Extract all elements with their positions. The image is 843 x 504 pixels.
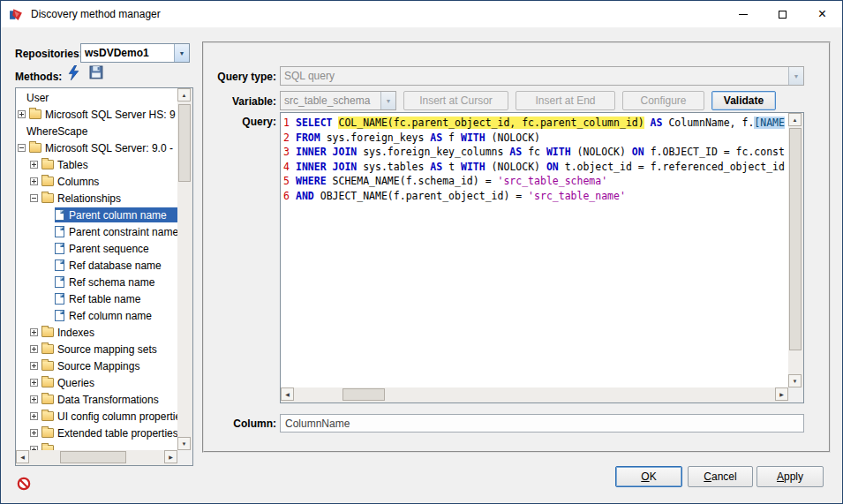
tree-item[interactable]: Ref table name xyxy=(16,290,177,307)
tree-item[interactable]: UI config column properties xyxy=(16,408,177,425)
tree-item[interactable]: Queries xyxy=(16,374,177,391)
maximize-icon xyxy=(779,11,787,19)
expand-icon[interactable] xyxy=(30,161,38,169)
tree-item[interactable]: WhereScape xyxy=(16,123,177,139)
tree-vscroll-thumb[interactable] xyxy=(178,104,191,182)
scroll-right-icon[interactable] xyxy=(164,450,177,463)
lightning-refresh-icon[interactable] xyxy=(66,65,81,80)
scroll-left-icon[interactable] xyxy=(281,387,294,401)
repository-select[interactable]: wsDVDemo1 xyxy=(80,43,190,63)
scroll-left-icon[interactable] xyxy=(16,450,29,463)
tree-item-label: Tables xyxy=(57,159,90,171)
tree-item-label: Extended table properties xyxy=(57,427,177,440)
tree-item-label: Microsoft SQL Server: 9.0 - xyxy=(45,142,175,154)
apply-button[interactable]: Apply xyxy=(756,466,824,487)
tree-item[interactable]: Relationships xyxy=(16,190,177,207)
scroll-down-icon[interactable] xyxy=(788,374,802,387)
tree-item-label: Columns xyxy=(57,176,101,188)
tree-item[interactable]: Ref database name xyxy=(16,257,177,274)
editor-vertical-scrollbar[interactable] xyxy=(788,113,803,387)
expand-icon[interactable] xyxy=(30,395,38,403)
tree-item[interactable]: Microsoft SQL Server: 9.0 - xyxy=(16,139,177,156)
tree-horizontal-scrollbar[interactable] xyxy=(16,450,177,465)
document-icon xyxy=(55,243,64,254)
tree-item-label: Relationships xyxy=(57,192,123,205)
tree-item[interactable]: Ref column name xyxy=(16,307,177,324)
variable-label: Variable: xyxy=(209,95,276,108)
line-number: 6 xyxy=(283,189,290,204)
validate-button[interactable]: Validate xyxy=(711,91,776,110)
window-title: Discovery method manager xyxy=(31,8,161,20)
expand-icon[interactable] xyxy=(30,362,38,370)
configure-label: Configure xyxy=(640,94,686,107)
tree-item[interactable]: Extended table properties xyxy=(16,425,177,441)
tree-item[interactable]: Ref schema name xyxy=(16,274,177,290)
tree-item-label: Ref database name xyxy=(69,260,163,272)
scroll-right-icon[interactable] xyxy=(775,387,788,401)
maximize-button[interactable] xyxy=(763,1,802,27)
tree-item[interactable]: User xyxy=(16,89,177,106)
scroll-up-icon[interactable] xyxy=(788,113,802,126)
variable-value: src_table_schema xyxy=(281,92,380,109)
collapse-icon[interactable] xyxy=(30,194,38,202)
tree-hscroll-thumb[interactable] xyxy=(60,451,126,463)
apply-label: Apply xyxy=(777,470,803,483)
expand-icon[interactable] xyxy=(30,412,38,420)
ok-button[interactable]: OK xyxy=(615,466,682,487)
scrollbar-corner xyxy=(177,450,192,465)
tree-item-label: Ref table name xyxy=(69,293,142,305)
expand-icon[interactable] xyxy=(30,379,38,387)
tree-item[interactable]: Parent column name xyxy=(16,207,177,223)
expand-icon[interactable] xyxy=(18,110,26,118)
column-field[interactable]: ColumnName xyxy=(280,414,804,433)
folder-icon xyxy=(41,327,54,337)
folder-icon xyxy=(41,344,54,354)
tree-item-label: Data Transformations xyxy=(57,394,161,406)
window-controls xyxy=(723,1,842,27)
floppy-save-icon[interactable] xyxy=(89,65,104,80)
minimize-button[interactable] xyxy=(723,1,763,27)
ok-label: OK xyxy=(641,470,656,483)
expand-icon[interactable] xyxy=(30,429,38,437)
tree-item[interactable]: Parent sequence xyxy=(16,240,177,257)
document-icon xyxy=(55,310,64,321)
expand-icon[interactable] xyxy=(30,328,38,336)
tree-item[interactable]: Source Mappings xyxy=(16,357,177,374)
line-number: 5 xyxy=(283,174,290,189)
code-line: 4INNER JOIN sys.tables AS t WITH (NOLOCK… xyxy=(283,160,788,175)
collapse-icon[interactable] xyxy=(18,144,26,152)
app-logo-icon xyxy=(9,7,24,22)
editor-horizontal-scrollbar[interactable] xyxy=(281,387,788,402)
tree-item[interactable]: Indexes xyxy=(16,324,177,341)
line-number: 2 xyxy=(283,131,290,146)
scroll-up-icon[interactable] xyxy=(177,88,191,102)
tree-item[interactable]: Microsoft SQL Server HS: 9 xyxy=(16,106,177,123)
folder-icon xyxy=(41,361,54,371)
editor-hscroll-thumb[interactable] xyxy=(342,388,385,401)
expand-icon[interactable] xyxy=(30,345,38,353)
tree-item[interactable] xyxy=(16,441,177,450)
no-entry-icon xyxy=(17,477,31,491)
scroll-down-icon[interactable] xyxy=(177,437,191,450)
document-icon xyxy=(55,226,64,237)
repository-value: wsDVDemo1 xyxy=(81,44,174,62)
tree-item-label: Parent constraint name xyxy=(69,226,177,238)
editor-vscroll-thumb[interactable] xyxy=(789,128,802,350)
tree-item[interactable]: Source mapping sets xyxy=(16,341,177,357)
expand-icon[interactable] xyxy=(30,177,38,185)
tree-vertical-scrollbar[interactable] xyxy=(177,88,192,450)
tree-item-label: Indexes xyxy=(57,327,96,339)
tree-item[interactable]: Parent constraint name xyxy=(16,223,177,240)
tree-item-label: Parent sequence xyxy=(69,243,151,255)
tree-item[interactable]: Data Transformations xyxy=(16,391,177,408)
tree-item[interactable]: Tables xyxy=(16,156,177,173)
methods-label: Methods: xyxy=(15,71,62,83)
cancel-button[interactable]: Cancel xyxy=(688,466,753,487)
code-line: 6AND OBJECT_NAME(f.parent_object_id) = '… xyxy=(283,189,788,204)
method-detail-panel: Query type: SQL query Variable: src_tabl… xyxy=(202,41,831,453)
chevron-down-icon[interactable] xyxy=(174,44,189,62)
tree-item[interactable]: Columns xyxy=(16,173,177,190)
close-button[interactable] xyxy=(802,1,842,27)
query-editor[interactable]: 1SELECT COL_NAME(fc.parent_object_id, fc… xyxy=(280,112,804,403)
query-editor-content[interactable]: 1SELECT COL_NAME(fc.parent_object_id, fc… xyxy=(281,113,788,387)
